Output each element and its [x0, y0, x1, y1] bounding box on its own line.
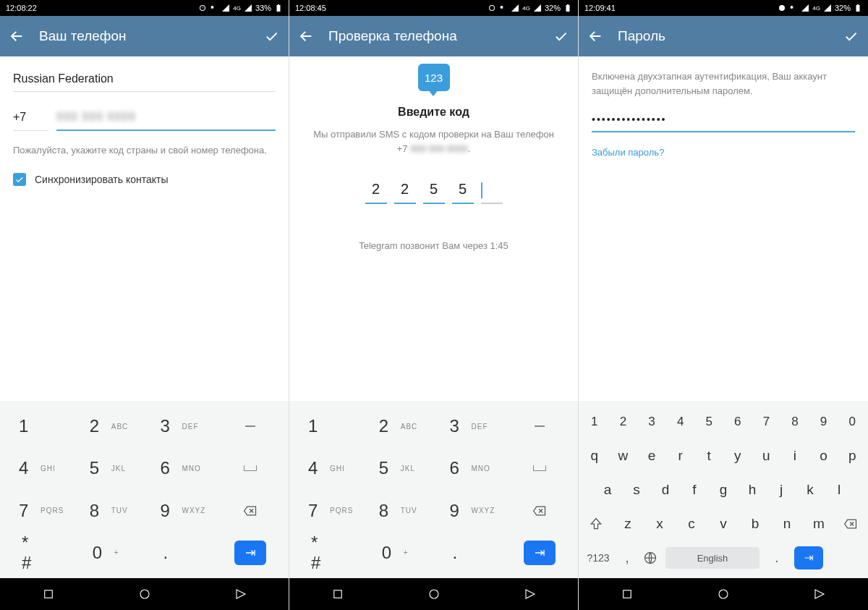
nav-recent-icon[interactable] [42, 588, 55, 601]
key-7[interactable]: 7PQRS [292, 490, 363, 532]
key-x[interactable]: x [644, 507, 676, 541]
nav-recent-icon[interactable] [621, 588, 634, 601]
back-icon[interactable] [9, 28, 25, 44]
back-icon[interactable] [298, 28, 314, 44]
nav-back-icon[interactable] [234, 588, 247, 601]
key-q[interactable]: q [580, 439, 609, 473]
nav-home-icon[interactable] [717, 588, 730, 601]
key-8[interactable]: 8 [780, 405, 809, 439]
key-h[interactable]: h [738, 473, 767, 507]
spacebar[interactable]: English [665, 547, 760, 569]
key-c[interactable]: c [676, 507, 707, 541]
key-r[interactable]: r [666, 439, 695, 473]
key-5[interactable]: 5JKL [74, 447, 145, 489]
key-1[interactable]: 1 [3, 405, 74, 447]
nav-back-icon[interactable] [813, 588, 826, 601]
key-y[interactable]: y [723, 439, 752, 473]
symbols-key[interactable]: ?123 [580, 552, 616, 564]
confirm-icon[interactable] [843, 28, 859, 44]
enter-key[interactable] [215, 532, 286, 574]
key-0[interactable]: 0+ [74, 532, 145, 574]
key-g[interactable]: g [709, 473, 738, 507]
language-key[interactable] [638, 551, 663, 565]
code-digit[interactable]: 5 [423, 181, 445, 204]
key-8[interactable]: 8TUV [363, 490, 434, 532]
key-1[interactable]: 1 [580, 405, 609, 439]
key-9[interactable]: 9WXYZ [145, 490, 216, 532]
key-4[interactable]: 4 [666, 405, 695, 439]
dash-key[interactable] [504, 405, 575, 447]
enter-key[interactable] [791, 546, 826, 569]
key-4[interactable]: 4GHI [3, 447, 74, 489]
key-t[interactable]: t [694, 439, 723, 473]
key-9[interactable]: 9WXYZ [434, 490, 505, 532]
backspace-key[interactable] [504, 490, 575, 532]
key-0[interactable]: 0 [838, 405, 867, 439]
key-* #[interactable]: * # [292, 532, 363, 574]
key-4[interactable]: 4GHI [292, 447, 363, 489]
key-b[interactable]: b [739, 507, 771, 541]
key-d[interactable]: d [651, 473, 680, 507]
sync-contacts-checkbox[interactable] [13, 173, 26, 186]
key-.[interactable]: . [434, 532, 505, 574]
key-f[interactable]: f [680, 473, 709, 507]
key-6[interactable]: 6 [723, 405, 752, 439]
key-.[interactable]: . [145, 532, 216, 574]
comma-key[interactable]: , [616, 551, 638, 566]
key-k[interactable]: k [796, 473, 825, 507]
key-7[interactable]: 7 [752, 405, 781, 439]
key-6[interactable]: 6MNO [145, 447, 216, 489]
key-2[interactable]: 2 [609, 405, 638, 439]
code-digit[interactable]: 2 [365, 181, 387, 204]
key-8[interactable]: 8TUV [74, 490, 145, 532]
key-j[interactable]: j [767, 473, 796, 507]
password-input[interactable]: ••••••••••••••• [592, 111, 855, 132]
code-digit[interactable] [481, 181, 503, 204]
backspace-key[interactable] [835, 517, 867, 531]
key-a[interactable]: a [593, 473, 622, 507]
key-* #[interactable]: * # [3, 532, 74, 574]
key-3[interactable]: 3DEF [434, 405, 505, 447]
key-0[interactable]: 0+ [363, 532, 434, 574]
key-1[interactable]: 1 [292, 405, 363, 447]
key-l[interactable]: l [825, 473, 854, 507]
key-n[interactable]: n [771, 507, 803, 541]
enter-key[interactable] [504, 532, 575, 574]
backspace-key[interactable] [215, 490, 286, 532]
key-s[interactable]: s [622, 473, 651, 507]
shift-key[interactable] [580, 517, 612, 531]
key-9[interactable]: 9 [809, 405, 838, 439]
phone-number-input[interactable]: 999 999 9999 [56, 108, 276, 131]
nav-home-icon[interactable] [427, 588, 441, 601]
key-m[interactable]: m [803, 507, 835, 541]
forgot-password-link[interactable]: Забыли пароль? [592, 147, 855, 158]
key-w[interactable]: w [609, 439, 638, 473]
space-key[interactable] [215, 447, 286, 489]
period-key[interactable]: . [762, 551, 791, 566]
key-i[interactable]: i [780, 439, 809, 473]
country-select[interactable]: Russian Federation [13, 69, 276, 92]
key-3[interactable]: 3DEF [145, 405, 216, 447]
nav-home-icon[interactable] [138, 588, 151, 601]
space-key[interactable] [504, 447, 575, 489]
key-2[interactable]: 2ABC [363, 405, 434, 447]
code-digit[interactable]: 5 [452, 181, 474, 204]
key-3[interactable]: 3 [637, 405, 666, 439]
country-code-input[interactable]: +7 [13, 108, 48, 131]
back-icon[interactable] [587, 28, 603, 44]
nav-back-icon[interactable] [524, 588, 537, 601]
key-7[interactable]: 7PQRS [3, 490, 74, 532]
code-digit[interactable]: 2 [394, 181, 416, 204]
key-u[interactable]: u [752, 439, 781, 473]
confirm-icon[interactable] [264, 28, 280, 44]
nav-recent-icon[interactable] [331, 588, 344, 601]
key-o[interactable]: o [809, 439, 838, 473]
key-5[interactable]: 5JKL [363, 447, 434, 489]
confirm-icon[interactable] [553, 28, 569, 44]
key-p[interactable]: p [838, 439, 867, 473]
key-v[interactable]: v [707, 507, 739, 541]
key-6[interactable]: 6MNO [434, 447, 505, 489]
key-z[interactable]: z [612, 507, 644, 541]
dash-key[interactable] [215, 405, 286, 447]
key-5[interactable]: 5 [694, 405, 723, 439]
